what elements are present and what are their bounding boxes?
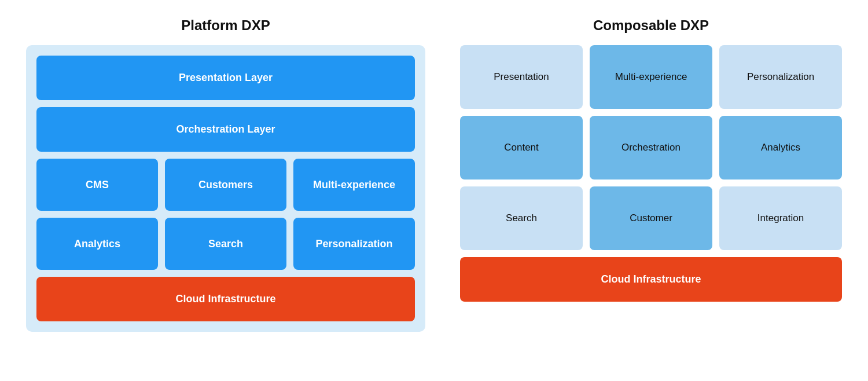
platform-analytics: Analytics	[36, 218, 158, 270]
comp-content: Content	[460, 116, 583, 179]
platform-wrapper: Presentation Layer Orchestration Layer C…	[26, 45, 425, 332]
comp-search: Search	[460, 186, 583, 250]
comp-orchestration: Orchestration	[590, 116, 712, 179]
comp-analytics: Analytics	[719, 116, 842, 179]
platform-title: Platform DXP	[181, 17, 270, 34]
composable-row2: Content Orchestration Analytics	[460, 116, 842, 179]
platform-multiexperience: Multi-experience	[293, 159, 415, 211]
platform-cloud-infra: Cloud Infrastructure	[36, 277, 415, 321]
platform-row1: CMS Customers Multi-experience	[36, 159, 415, 211]
composable-dxp-section: Composable DXP Presentation Multi-experi…	[460, 17, 842, 302]
platform-dxp-section: Platform DXP Presentation Layer Orchestr…	[26, 17, 425, 332]
comp-multiexperience: Multi-experience	[590, 45, 712, 109]
comp-personalization: Personalization	[719, 45, 842, 109]
diagrams-container: Platform DXP Presentation Layer Orchestr…	[12, 17, 856, 332]
platform-customers: Customers	[165, 159, 286, 211]
composable-row1: Presentation Multi-experience Personaliz…	[460, 45, 842, 109]
platform-row2: Analytics Search Personalization	[36, 218, 415, 270]
presentation-layer-bar: Presentation Layer	[36, 56, 415, 100]
composable-cloud-infra: Cloud Infrastructure	[460, 257, 842, 302]
composable-wrapper: Presentation Multi-experience Personaliz…	[460, 45, 842, 302]
orchestration-layer-bar: Orchestration Layer	[36, 107, 415, 152]
composable-row3: Search Customer Integration	[460, 186, 842, 250]
platform-search: Search	[165, 218, 286, 270]
comp-integration: Integration	[719, 186, 842, 250]
comp-customer: Customer	[590, 186, 712, 250]
platform-personalization: Personalization	[293, 218, 415, 270]
composable-title: Composable DXP	[593, 17, 709, 34]
comp-presentation: Presentation	[460, 45, 583, 109]
platform-cms: CMS	[36, 159, 158, 211]
